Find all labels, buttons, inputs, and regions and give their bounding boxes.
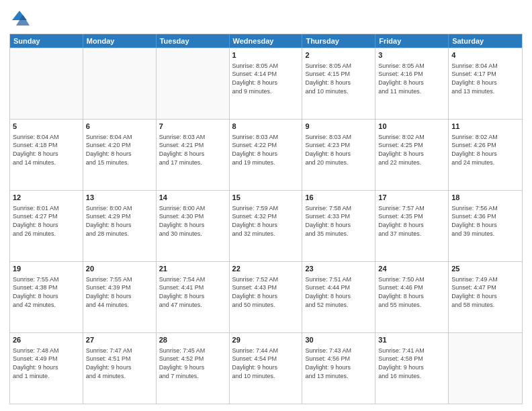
cell-line: Daylight: 9 hours (86, 363, 153, 372)
cell-line: Sunset: 4:27 PM (13, 212, 80, 221)
cell-line: Daylight: 8 hours (159, 150, 226, 158)
cal-cell-empty (83, 48, 157, 119)
calendar-header-row: SundayMondayTuesdayWednesdayThursdayFrid… (10, 34, 522, 48)
cell-line: and 24 minutes. (451, 158, 519, 167)
day-number: 10 (378, 122, 445, 132)
cell-line: Sunrise: 7:59 AM (232, 204, 300, 213)
cell-line: Sunrise: 8:04 AM (451, 62, 519, 71)
cell-line: Sunrise: 7:55 AM (86, 275, 153, 284)
cal-header-thursday: Thursday (302, 34, 375, 48)
cal-cell-17: 17Sunrise: 7:57 AMSunset: 4:35 PMDayligh… (375, 191, 449, 261)
cal-cell-3: 3Sunrise: 8:05 AMSunset: 4:16 PMDaylight… (375, 48, 449, 119)
cell-line: Sunset: 4:29 PM (86, 212, 153, 221)
cell-line: and 55 minutes. (378, 301, 445, 310)
day-number: 2 (305, 50, 372, 60)
cell-line: Sunset: 4:33 PM (305, 212, 372, 221)
cal-week-3: 19Sunrise: 7:55 AMSunset: 4:38 PMDayligh… (10, 261, 522, 332)
cal-cell-28: 28Sunrise: 7:45 AMSunset: 4:52 PMDayligh… (157, 333, 230, 404)
cal-cell-13: 13Sunrise: 8:00 AMSunset: 4:29 PMDayligh… (83, 191, 157, 261)
cell-line: Daylight: 8 hours (378, 221, 445, 230)
cell-line: Sunrise: 7:44 AM (232, 347, 300, 355)
cal-cell-4: 4Sunrise: 8:04 AMSunset: 4:17 PMDaylight… (449, 48, 522, 119)
day-number: 13 (86, 193, 153, 203)
cell-line: Sunset: 4:43 PM (232, 283, 300, 292)
cell-line: Sunset: 4:38 PM (13, 283, 80, 292)
cal-cell-9: 9Sunrise: 8:03 AMSunset: 4:23 PMDaylight… (302, 120, 375, 190)
cell-line: and 11 minutes. (378, 87, 445, 96)
cell-line: Sunset: 4:32 PM (232, 212, 300, 221)
cell-line: Daylight: 8 hours (86, 150, 153, 158)
header (9, 8, 523, 28)
cal-header-tuesday: Tuesday (157, 34, 230, 48)
cell-line: Daylight: 8 hours (13, 150, 80, 158)
cal-cell-19: 19Sunrise: 7:55 AMSunset: 4:38 PMDayligh… (10, 262, 83, 332)
cell-line: and 10 minutes. (232, 372, 300, 381)
cal-header-sunday: Sunday (10, 34, 83, 48)
day-number: 20 (86, 264, 153, 274)
cell-line: Sunset: 4:36 PM (451, 212, 519, 221)
cell-line: Sunset: 4:46 PM (378, 283, 445, 292)
cal-cell-empty (10, 48, 83, 119)
cell-line: Sunset: 4:25 PM (378, 141, 445, 150)
day-number: 30 (305, 335, 372, 345)
cell-line: Sunset: 4:23 PM (305, 141, 372, 150)
cell-line: Daylight: 8 hours (86, 221, 153, 230)
day-number: 11 (451, 122, 519, 132)
cell-line: Daylight: 8 hours (232, 79, 300, 87)
cell-line: Sunrise: 7:51 AM (305, 275, 372, 284)
day-number: 15 (232, 193, 300, 203)
cell-line: and 52 minutes. (305, 301, 372, 310)
cell-line: Daylight: 8 hours (159, 221, 226, 230)
cell-line: Sunrise: 7:48 AM (13, 347, 80, 355)
cell-line: Daylight: 8 hours (13, 221, 80, 230)
cell-line: Sunset: 4:14 PM (232, 70, 300, 79)
day-number: 9 (305, 122, 372, 132)
cell-line: Sunrise: 8:00 AM (86, 204, 153, 213)
cell-line: Sunrise: 8:05 AM (232, 62, 300, 71)
cell-line: and 50 minutes. (232, 301, 300, 310)
cell-line: Sunset: 4:30 PM (159, 212, 226, 221)
cell-line: Sunrise: 8:02 AM (378, 133, 445, 142)
cell-line: Daylight: 8 hours (13, 292, 80, 301)
day-number: 22 (232, 264, 300, 274)
cal-header-friday: Friday (375, 34, 449, 48)
cell-line: Daylight: 8 hours (232, 221, 300, 230)
cell-line: Daylight: 8 hours (305, 79, 372, 87)
cell-line: Sunrise: 8:05 AM (305, 62, 372, 71)
cell-line: Sunset: 4:22 PM (232, 141, 300, 150)
day-number: 26 (13, 335, 80, 345)
cell-line: Daylight: 9 hours (232, 363, 300, 372)
cell-line: Sunrise: 7:43 AM (305, 347, 372, 355)
cell-line: Daylight: 8 hours (451, 292, 519, 301)
cell-line: and 17 minutes. (159, 158, 226, 167)
cal-cell-1: 1Sunrise: 8:05 AMSunset: 4:14 PMDaylight… (230, 48, 303, 119)
cell-line: Sunset: 4:26 PM (451, 141, 519, 150)
cal-cell-30: 30Sunrise: 7:43 AMSunset: 4:56 PMDayligh… (302, 333, 375, 404)
cell-line: Daylight: 9 hours (159, 363, 226, 372)
cell-line: and 14 minutes. (13, 158, 80, 167)
cell-line: and 10 minutes. (305, 87, 372, 96)
cell-line: Sunset: 4:18 PM (13, 141, 80, 150)
cell-line: and 1 minute. (13, 372, 80, 381)
cell-line: Sunset: 4:58 PM (378, 355, 445, 363)
day-number: 28 (159, 335, 226, 345)
cell-line: Daylight: 8 hours (378, 292, 445, 301)
cal-cell-8: 8Sunrise: 8:03 AMSunset: 4:22 PMDaylight… (230, 120, 303, 190)
day-number: 4 (451, 50, 519, 60)
cal-cell-7: 7Sunrise: 8:03 AMSunset: 4:21 PMDaylight… (157, 120, 230, 190)
day-number: 25 (451, 264, 519, 274)
cal-cell-20: 20Sunrise: 7:55 AMSunset: 4:39 PMDayligh… (83, 262, 157, 332)
cell-line: Sunset: 4:39 PM (86, 283, 153, 292)
cell-line: and 30 minutes. (159, 230, 226, 238)
cell-line: Sunrise: 7:45 AM (159, 347, 226, 355)
cell-line: Sunrise: 7:49 AM (451, 275, 519, 284)
cell-line: Sunset: 4:16 PM (378, 70, 445, 79)
cal-header-wednesday: Wednesday (230, 34, 303, 48)
cell-line: and 15 minutes. (86, 158, 153, 167)
cell-line: Sunset: 4:47 PM (451, 283, 519, 292)
cal-cell-27: 27Sunrise: 7:47 AMSunset: 4:51 PMDayligh… (83, 333, 157, 404)
cal-header-saturday: Saturday (449, 34, 522, 48)
cell-line: and 4 minutes. (86, 372, 153, 381)
cell-line: and 9 minutes. (232, 87, 300, 96)
cell-line: and 39 minutes. (451, 230, 519, 238)
